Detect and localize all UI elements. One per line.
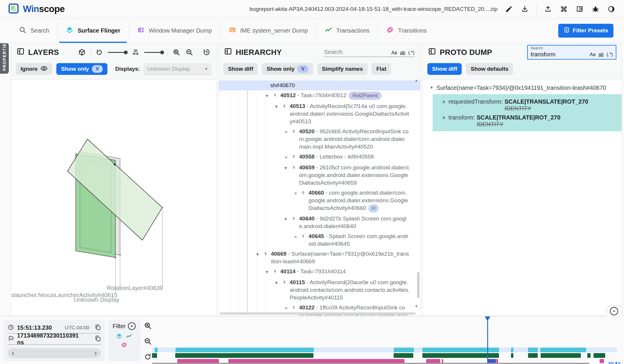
match-word-icon[interactable]: ab xyxy=(598,52,604,57)
show-only-button[interactable]: Show only V xyxy=(262,63,313,75)
ignore-visibility-button[interactable]: Ignore xyxy=(16,63,52,75)
tab-ime[interactable]: IME system_server Dump xyxy=(220,18,316,43)
pin-icon[interactable] xyxy=(282,279,290,287)
collapse-timeline-tab[interactable] xyxy=(606,305,622,316)
tree-node[interactable]: ▼40640 - 9d2d27b Splash Screen com.googl… xyxy=(219,214,420,231)
filter-transactions-icon[interactable] xyxy=(126,333,132,341)
transactions-segment[interactable] xyxy=(511,353,513,358)
tab-surface-flinger[interactable]: Surface Flinger xyxy=(58,18,129,43)
match-word-icon[interactable]: ab xyxy=(400,50,405,55)
timeline-zoom-out-icon[interactable] xyxy=(144,337,152,346)
timeline-scrollbar-handle[interactable] xyxy=(608,362,614,364)
timeline-scrollbar-track[interactable] xyxy=(152,363,589,364)
timeline-reset-icon[interactable] xyxy=(144,353,152,362)
transactions-segment[interactable] xyxy=(175,353,313,358)
transactions-segment[interactable] xyxy=(394,353,413,358)
tree-node[interactable]: ▼40114 - Task=7931#40114 xyxy=(219,267,420,277)
copy-ns-icon[interactable] xyxy=(95,335,101,343)
tree-node[interactable]: 40520 - 952c6b5 ActivityRecordInputSink … xyxy=(219,127,420,152)
pin-icon[interactable] xyxy=(301,232,308,241)
filter-surface-flinger-icon[interactable] xyxy=(116,333,122,341)
surface-flinger-segment[interactable] xyxy=(394,348,414,352)
bug-report-icon[interactable] xyxy=(591,5,600,14)
flat-button[interactable]: Flat xyxy=(372,63,391,75)
pin-icon[interactable] xyxy=(301,189,308,198)
transactions-segment[interactable] xyxy=(587,353,591,358)
scroll-up-icon[interactable]: ▲ xyxy=(415,78,418,82)
human-time-value[interactable]: 15:51:13.230 xyxy=(17,324,52,331)
download-icon[interactable] xyxy=(520,5,529,14)
spacing-slider[interactable] xyxy=(144,52,163,53)
transactions-segment[interactable] xyxy=(541,353,581,358)
pin-icon[interactable] xyxy=(291,128,299,136)
tree-node[interactable]: 40645 - Splash Screen com.google.android… xyxy=(219,231,420,249)
filter-presets-button[interactable]: Filter Presets xyxy=(558,24,613,38)
surface-flinger-segment[interactable] xyxy=(540,348,586,352)
tab-transitions[interactable]: Transitions xyxy=(378,18,435,43)
pin-icon[interactable] xyxy=(291,153,299,161)
tab-window-manager[interactable]: Window Manager Dump xyxy=(129,18,220,43)
proto-property[interactable]: transform:SCALE|TRANSLATE|ROT_270IDENTIT… xyxy=(433,112,622,128)
proto-root-node[interactable]: ▼ Surface(name=Task=7934)/@0x1941191_tra… xyxy=(423,83,622,94)
transitions-segment[interactable] xyxy=(177,359,219,363)
show-diff-button[interactable]: Show diff xyxy=(223,63,258,75)
collapse-arrow-icon[interactable]: ▼ xyxy=(265,268,273,276)
dark-mode-icon[interactable] xyxy=(607,5,616,14)
timeline-zoom-in-icon[interactable] xyxy=(144,322,152,331)
timeline-cursor-line[interactable] xyxy=(487,317,488,362)
surface-flinger-segment[interactable] xyxy=(528,348,538,352)
proto-show-defaults-button[interactable]: Show defaults xyxy=(466,63,513,75)
collapse-arrow-icon[interactable]: ▼ xyxy=(430,85,434,90)
transactions-segment[interactable] xyxy=(528,353,538,358)
tree-node[interactable]: ▼40513 - ActivityRecord{5c7f14a u0 com.g… xyxy=(219,101,420,127)
simplify-names-button[interactable]: Simplify names xyxy=(317,63,367,75)
filter-transitions-icon[interactable] xyxy=(121,342,127,349)
documentation-icon[interactable] xyxy=(575,5,584,14)
zoom-in-icon[interactable] xyxy=(172,48,181,57)
transactions-segment[interactable] xyxy=(593,353,605,358)
properties-side-tab[interactable]: PROPERTIES ▶ xyxy=(0,43,9,74)
pin-icon[interactable] xyxy=(263,250,271,259)
match-case-icon[interactable]: Aa xyxy=(391,50,397,55)
transitions-segment[interactable] xyxy=(496,359,498,363)
rotation-slider[interactable] xyxy=(108,52,127,53)
rotation-icon[interactable] xyxy=(95,48,104,57)
tree-node[interactable]: ▼40115 - ActivityRecord{20ace0e u0 com.g… xyxy=(219,277,420,303)
surface-flinger-segment[interactable] xyxy=(155,348,158,352)
pin-icon[interactable] xyxy=(291,304,299,312)
tab-search[interactable]: Search xyxy=(11,18,57,43)
match-regex-icon[interactable]: (.*) xyxy=(408,50,414,55)
zoom-out-icon[interactable] xyxy=(185,48,194,57)
pin-icon[interactable] xyxy=(282,102,290,111)
reset-view-icon[interactable] xyxy=(202,48,211,57)
pin-icon[interactable] xyxy=(291,164,299,172)
pin-icon[interactable] xyxy=(273,268,280,276)
proto-property[interactable]: requestedTransform:SCALE|TRANSLATE|ROT_2… xyxy=(433,96,622,112)
3d-view-icon[interactable] xyxy=(77,48,86,57)
proto-show-diff-button[interactable]: Show diff xyxy=(427,63,462,75)
hierarchy-search-input[interactable] xyxy=(324,49,371,55)
transitions-segment[interactable] xyxy=(487,359,496,363)
tree-node[interactable]: ▼40512 - Task=7934#40512RelZParent xyxy=(219,90,420,101)
tree-node[interactable]: 40660 - com.google.android.dialer/com.go… xyxy=(219,188,420,214)
transitions-segment[interactable] xyxy=(426,359,440,363)
layer-spacing-icon[interactable] xyxy=(131,48,140,57)
vertical-scrollbar[interactable] xyxy=(417,272,419,298)
surface-flinger-segment[interactable] xyxy=(511,348,513,352)
collapse-arrow-icon[interactable]: ▼ xyxy=(274,279,282,287)
tree-node[interactable]: ▼40669 - Surface(name=Task=7931)/@0x619e… xyxy=(219,249,420,267)
pin-icon[interactable] xyxy=(291,215,299,223)
pin-icon[interactable] xyxy=(273,92,280,100)
collapse-arrow-icon[interactable]: ▼ xyxy=(284,164,291,172)
proto-search-input[interactable] xyxy=(531,51,575,58)
transitions-segment[interactable] xyxy=(600,359,604,363)
scroll-down-icon[interactable]: ▼ xyxy=(415,304,418,308)
upload-icon[interactable] xyxy=(544,5,552,14)
timeline-canvas[interactable] xyxy=(152,316,624,364)
show-only-visible-button[interactable]: Show only V xyxy=(56,63,107,75)
transactions-segment[interactable] xyxy=(152,353,157,358)
transitions-segment[interactable] xyxy=(228,359,404,363)
tab-transactions[interactable]: Transactions xyxy=(316,18,378,43)
match-case-icon[interactable]: Aa xyxy=(590,52,596,57)
edit-icon[interactable] xyxy=(505,5,513,14)
